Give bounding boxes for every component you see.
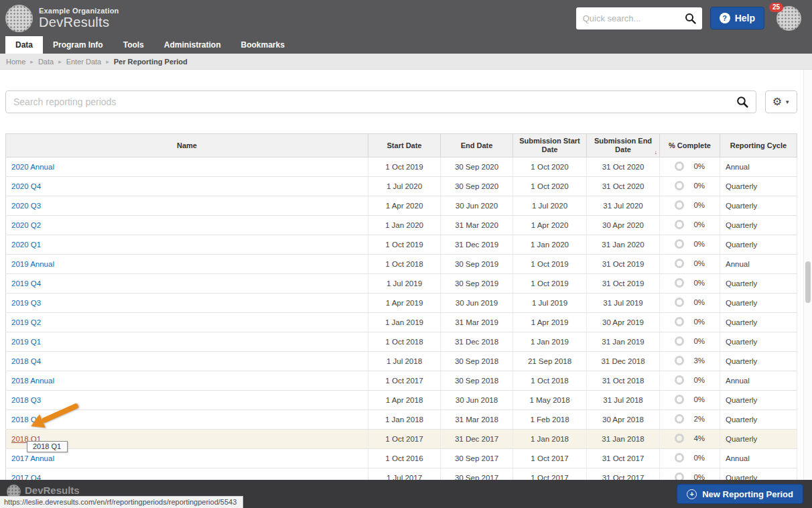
search-reporting-periods-input[interactable] (5, 90, 756, 113)
table-row: 2019 Q11 Oct 201831 Dec 20181 Jan 201931… (6, 332, 797, 352)
date-cell: 30 Jun 2018 (441, 391, 513, 410)
tab-bookmarks[interactable]: Bookmarks (230, 36, 294, 54)
app-name: DevResults (39, 15, 119, 30)
date-cell: 30 Sep 2018 (441, 352, 513, 371)
user-avatar[interactable]: 25 (776, 6, 801, 31)
percent-complete: 3% (689, 357, 705, 365)
date-cell: 1 Jan 2020 (513, 235, 587, 255)
column-header-reporting-cycle[interactable]: Reporting Cycle (720, 134, 797, 157)
settings-button[interactable]: ⚙ ▼ (765, 90, 797, 113)
date-cell: 1 Apr 2020 (368, 196, 441, 216)
date-cell: 30 Sep 2020 (441, 157, 513, 177)
scrollbar[interactable] (803, 70, 812, 508)
date-cell: 1 Oct 2019 (513, 255, 587, 274)
table-row: 2019 Q41 Jul 201930 Sep 20191 Oct 201931… (6, 274, 797, 294)
table-row: 2018 Q31 Apr 201830 Jun 20181 May 201831… (6, 391, 797, 410)
arrow-shaft (42, 403, 79, 424)
percent-complete: 0% (689, 337, 705, 345)
percent-complete: 0% (689, 279, 705, 287)
column-header-submission-end-date[interactable]: Submission End Date↓ (587, 134, 660, 157)
help-label: Help (735, 13, 755, 23)
progress-donut-icon (675, 336, 684, 346)
reporting-period-link[interactable]: 2018 Annual (11, 377, 54, 385)
date-cell: 1 Oct 2017 (513, 449, 587, 468)
reporting-cycle-cell: Annual (720, 157, 797, 177)
date-cell: 31 Jan 2020 (587, 235, 660, 255)
table-row: 2018 Q41 Jul 201830 Sep 201821 Sep 20183… (6, 352, 797, 371)
date-cell: 30 Sep 2017 (441, 449, 513, 468)
date-cell: 1 Apr 2020 (513, 216, 587, 235)
breadcrumb-item-home[interactable]: Home (6, 58, 25, 66)
table-row: 2018 Annual1 Oct 201730 Sep 20181 Oct 20… (6, 371, 797, 391)
date-cell: 30 Apr 2018 (587, 410, 660, 430)
reporting-period-link[interactable]: 2019 Annual (11, 260, 54, 268)
search-icon[interactable] (685, 13, 696, 26)
reporting-period-link[interactable]: 2017 Annual (11, 454, 54, 462)
reporting-period-link[interactable]: 2019 Q2 (11, 318, 41, 326)
date-cell: 31 Oct 2019 (587, 255, 660, 274)
reporting-cycle-cell: Quarterly (720, 391, 797, 410)
date-cell: 1 May 2018 (513, 391, 587, 410)
progress-donut-icon (675, 239, 684, 249)
date-cell: 30 Apr 2020 (587, 216, 660, 235)
table-row: 2020 Annual1 Oct 201930 Sep 20201 Oct 20… (6, 157, 797, 177)
date-cell: 30 Sep 2018 (441, 371, 513, 391)
table-row: 2017 Annual1 Oct 201630 Sep 20171 Oct 20… (6, 449, 797, 468)
date-cell: 31 Jul 2018 (587, 391, 660, 410)
date-cell: 30 Jun 2019 (441, 294, 513, 313)
date-cell: 31 Jan 2019 (587, 332, 660, 352)
percent-complete: 0% (689, 298, 705, 306)
search-icon[interactable] (736, 96, 748, 110)
new-reporting-period-button[interactable]: + New Reporting Period (677, 484, 803, 504)
column-header-submission-start-date[interactable]: Submission Start Date (513, 134, 587, 157)
date-cell: 31 Oct 2018 (587, 371, 660, 391)
table-row: 2020 Q31 Apr 202030 Jun 20201 Jul 202031… (6, 196, 797, 216)
sort-descending-icon: ↓ (655, 149, 658, 156)
reporting-period-link[interactable]: 2018 Q3 (11, 396, 41, 404)
reporting-cycle-cell: Quarterly (720, 313, 797, 332)
percent-complete: 0% (689, 240, 705, 248)
reporting-period-link[interactable]: 2020 Q1 (11, 241, 41, 249)
table-row: 2019 Q31 Apr 201930 Jun 20191 Jul 201931… (6, 294, 797, 313)
tab-data[interactable]: Data (5, 36, 43, 54)
tab-administration[interactable]: Administration (154, 36, 231, 54)
percent-complete: 0% (689, 376, 705, 384)
breadcrumb-item-data[interactable]: Data (38, 58, 54, 66)
table-row: 2020 Q41 Jul 202030 Sep 20201 Oct 202031… (6, 177, 797, 196)
reporting-period-link[interactable]: 2019 Q1 (11, 338, 41, 346)
date-cell: 30 Apr 2019 (587, 313, 660, 332)
column-header-end-date[interactable]: End Date (441, 134, 513, 157)
breadcrumb-separator-icon: ▸ (58, 58, 62, 65)
reporting-cycle-cell: Quarterly (720, 216, 797, 235)
help-button[interactable]: ? Help (710, 7, 764, 29)
reporting-period-link[interactable]: 2020 Annual (11, 163, 54, 171)
percent-complete: 0% (689, 220, 705, 229)
column-header-complete[interactable]: % Complete (660, 134, 720, 157)
reporting-period-link[interactable]: 2020 Q3 (11, 202, 41, 210)
progress-donut-icon (675, 414, 684, 424)
date-cell: 1 Oct 2018 (368, 255, 441, 274)
date-cell: 31 Oct 2020 (587, 157, 660, 177)
reporting-period-link[interactable]: 2019 Q4 (11, 279, 41, 288)
table-row: 2018 Q21 Jan 201831 Mar 20181 Feb 201830… (6, 410, 797, 430)
breadcrumb-item-enter-data[interactable]: Enter Data (66, 58, 102, 66)
table-row: 2020 Q11 Oct 201931 Dec 20191 Jan 202031… (6, 235, 797, 255)
date-cell: 31 Dec 2019 (441, 235, 513, 255)
column-header-name[interactable]: Name (6, 134, 368, 157)
quick-search-input[interactable] (576, 7, 702, 29)
reporting-period-link[interactable]: 2020 Q4 (11, 182, 41, 190)
percent-complete: 0% (689, 454, 705, 462)
tab-program-info[interactable]: Program Info (43, 36, 113, 54)
reporting-period-link[interactable]: 2018 Q4 (11, 357, 41, 365)
table-header-row: NameStart DateEnd DateSubmission Start D… (6, 134, 797, 157)
reporting-period-link[interactable]: 2019 Q3 (11, 299, 41, 307)
reporting-period-link[interactable]: 2020 Q2 (11, 221, 41, 229)
scrollbar-thumb[interactable] (805, 261, 811, 303)
org-logo-icon[interactable] (5, 5, 33, 32)
progress-donut-icon (675, 356, 684, 365)
column-header-start-date[interactable]: Start Date (368, 134, 441, 157)
date-cell: 30 Sep 2019 (441, 274, 513, 294)
breadcrumb-separator-icon: ▸ (30, 58, 33, 65)
tab-tools[interactable]: Tools (113, 36, 154, 54)
notification-badge[interactable]: 25 (769, 3, 783, 12)
